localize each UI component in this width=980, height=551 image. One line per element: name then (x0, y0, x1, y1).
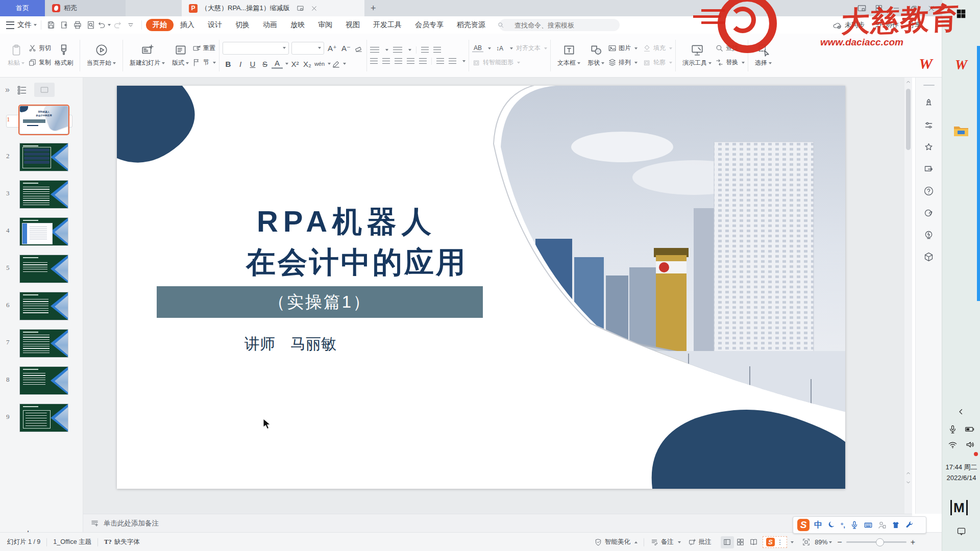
highlight-pen-icon[interactable] (332, 60, 340, 68)
print-preview-button[interactable] (84, 19, 97, 31)
zoom-level[interactable]: 89% (815, 539, 827, 546)
editing-canvas[interactable]: RPA机器人 在会计中的应用 （实操篇1） 讲师 马丽敏 (83, 78, 904, 514)
outline-view-icon[interactable] (17, 85, 27, 95)
normal-view-button[interactable] (721, 536, 734, 548)
voice-input-icon[interactable] (850, 520, 859, 530)
punctuation-icon[interactable]: °, (841, 521, 845, 529)
arrange-button[interactable]: 排列 (608, 58, 638, 68)
select-button[interactable]: 选择 (751, 43, 775, 67)
superscript-button[interactable]: X² (289, 60, 301, 68)
replace-button[interactable]: 替换 (715, 58, 745, 68)
zoom-slider-knob[interactable] (876, 538, 884, 546)
text-box-button[interactable]: 文本框 (554, 43, 584, 67)
bullet-list-icon[interactable] (370, 47, 379, 53)
next-slide-icon[interactable] (904, 480, 912, 486)
slide-thumbnail-1[interactable]: RPA机器人 在会计中的应用 (19, 106, 68, 134)
presenter-view-icon[interactable] (297, 5, 304, 12)
command-search-input[interactable] (499, 19, 620, 31)
numbered-list-icon[interactable] (393, 47, 402, 53)
taskbar-clock[interactable]: 17:44 周二 2022/6/14 (942, 462, 980, 483)
fullwidth-moon-icon[interactable] (827, 520, 836, 530)
collapse-toolbar-button[interactable] (124, 19, 137, 31)
zoom-slider[interactable] (846, 541, 906, 543)
clear-format-icon[interactable] (354, 44, 363, 53)
previous-slide-icon[interactable] (904, 470, 912, 477)
slide-thumbnail-3[interactable] (19, 180, 68, 209)
notes-bar[interactable]: 单击此处添加备注 (83, 514, 912, 532)
slide-layout-button[interactable]: 版式 (168, 43, 192, 67)
slide-thumbnail-2[interactable] (19, 143, 68, 171)
text-direction-button[interactable]: ↕A (494, 45, 505, 52)
smart-beautify-button[interactable]: 智能美化 (594, 538, 638, 546)
slide-title-line1[interactable]: RPA机器人 (117, 202, 576, 242)
decrease-indent-icon[interactable] (421, 47, 429, 53)
tray-wifi-icon[interactable] (944, 435, 961, 454)
present-tools-button[interactable]: 演示工具 (679, 43, 715, 67)
tab-docer[interactable]: 稻壳 (45, 0, 126, 16)
slide-scrollbar[interactable] (904, 78, 912, 514)
slide-sorter-icon[interactable] (34, 83, 55, 97)
increase-font-button[interactable]: A⁺ (327, 44, 338, 53)
char-scale-button[interactable]: AB (472, 44, 483, 52)
login-account-icon[interactable] (877, 520, 887, 530)
soft-keyboard-icon[interactable] (864, 520, 873, 530)
ime-status-box[interactable]: S ⋮ (763, 536, 788, 548)
slide-canvas[interactable]: RPA机器人 在会计中的应用 （实操篇1） 讲师 马丽敏 (117, 86, 845, 489)
slide-thumbnail-6[interactable] (19, 292, 68, 320)
slide-presenter[interactable]: 讲师 马丽敏 (183, 334, 398, 355)
taskbar-m-app-icon[interactable]: M (950, 500, 968, 515)
menu-tab-design[interactable]: 设计 (201, 19, 229, 31)
resource-box-icon[interactable] (923, 252, 934, 262)
align-text-button[interactable]: 对齐文本 (516, 43, 547, 54)
redo-button[interactable] (111, 19, 124, 31)
italic-button[interactable]: I (235, 60, 246, 68)
share-button[interactable]: 分享 (908, 20, 921, 30)
menu-file[interactable]: 文件 (17, 20, 32, 30)
apps-grid-button[interactable] (871, 2, 887, 15)
font-size-select[interactable] (291, 42, 324, 55)
slide-thumbnail-8[interactable] (19, 366, 68, 395)
align-left-icon[interactable] (370, 58, 378, 64)
paragraph-spacing-icon[interactable] (436, 58, 444, 64)
menu-tab-home[interactable]: 开始 (146, 19, 174, 31)
pinyin-guide-button[interactable]: wén (314, 61, 325, 67)
theme-name[interactable]: 1_Office 主题 (53, 538, 91, 546)
underline-button[interactable]: U (247, 60, 258, 68)
menu-tab-review[interactable]: 审阅 (311, 19, 339, 31)
close-document-icon[interactable] (311, 5, 317, 12)
fit-slide-icon[interactable] (802, 538, 811, 546)
strip-handle[interactable] (923, 85, 935, 86)
export-button[interactable] (58, 19, 71, 31)
align-right-icon[interactable] (395, 58, 402, 64)
expand-panel-icon[interactable]: » (5, 85, 10, 94)
picture-button[interactable]: 图片 (608, 43, 638, 54)
section-button[interactable]: 节 (192, 58, 216, 68)
new-tab-button[interactable]: + (364, 0, 382, 16)
slide-thumbnail-9[interactable] (19, 404, 68, 432)
minimize-button[interactable] (889, 2, 904, 15)
slide-sorter-view-button[interactable] (734, 536, 747, 548)
subscript-button[interactable]: X₂ (302, 60, 313, 68)
favorites-star-icon[interactable] (923, 142, 934, 153)
format-painter-button[interactable]: 格式刷 (51, 43, 77, 67)
slide-thumbnail-7[interactable] (19, 329, 68, 358)
zoom-in-button[interactable]: + (911, 538, 915, 547)
menu-tab-member[interactable]: 会员专享 (408, 19, 450, 31)
switch-window-button[interactable] (854, 2, 869, 15)
line-spacing-icon[interactable] (449, 58, 456, 64)
convert-smartart-button[interactable]: 转智能图形 (472, 58, 520, 68)
help-icon[interactable] (923, 186, 934, 196)
strikethrough-button[interactable]: S (259, 60, 271, 68)
shapes-button[interactable]: 形状 (584, 43, 608, 67)
menu-tab-devtools[interactable]: 开发工具 (366, 19, 408, 31)
align-center-icon[interactable] (382, 58, 390, 64)
cut-button[interactable]: 剪切 (28, 43, 51, 54)
missing-font-button[interactable]: T? 缺失字体 (104, 538, 140, 546)
menu-tab-transitions[interactable]: 切换 (229, 19, 256, 31)
increase-indent-icon[interactable] (433, 47, 441, 53)
inspiration-icon[interactable] (923, 230, 934, 240)
justify-icon[interactable] (407, 58, 414, 64)
fill-button[interactable]: 填充 (643, 43, 672, 54)
font-color-button[interactable]: A (272, 59, 283, 69)
menu-tab-slideshow[interactable]: 放映 (284, 19, 311, 31)
